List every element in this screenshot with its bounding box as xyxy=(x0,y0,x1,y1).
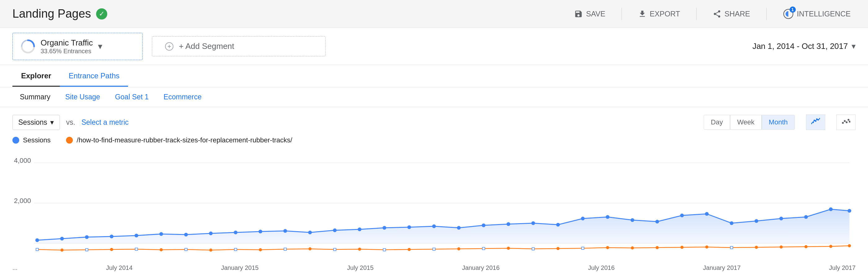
svg-point-82 xyxy=(705,245,708,248)
subtab-goal-set[interactable]: Goal Set 1 xyxy=(107,89,156,106)
svg-point-50 xyxy=(754,219,758,223)
save-button[interactable]: SAVE xyxy=(569,7,610,21)
svg-rect-61 xyxy=(185,248,187,251)
tab-explorer[interactable]: Explorer xyxy=(12,66,60,87)
svg-point-34 xyxy=(358,228,362,231)
top-bar: Landing Pages ✓ SAVE EXPORT SHARE 1 INTE… xyxy=(0,0,868,28)
subtab-ecommerce[interactable]: Ecommerce xyxy=(156,89,209,106)
top-bar-right: SAVE EXPORT SHARE 1 INTELLIGENCE xyxy=(569,6,856,22)
svg-point-14 xyxy=(849,121,850,123)
share-button[interactable]: SHARE xyxy=(708,7,755,21)
svg-point-72 xyxy=(457,247,460,250)
intelligence-label: INTELLIGENCE xyxy=(797,10,850,18)
svg-rect-69 xyxy=(383,248,385,251)
page-title: Landing Pages xyxy=(12,7,91,21)
svg-point-46 xyxy=(655,220,659,224)
svg-point-47 xyxy=(680,213,684,217)
svg-point-31 xyxy=(283,229,287,233)
svg-point-51 xyxy=(779,217,783,220)
period-buttons: Day Week Month xyxy=(704,115,795,130)
svg-point-88 xyxy=(848,244,851,247)
svg-point-66 xyxy=(308,247,312,250)
metric-label: Sessions xyxy=(18,118,47,127)
svg-rect-73 xyxy=(483,247,485,250)
svg-rect-83 xyxy=(731,246,733,249)
svg-point-54 xyxy=(847,209,851,213)
svg-text:2,000: 2,000 xyxy=(14,197,31,205)
svg-point-10 xyxy=(842,122,844,124)
line-chart-button[interactable] xyxy=(806,114,825,130)
date-range-picker[interactable]: Jan 1, 2014 - Oct 31, 2017 ▾ xyxy=(752,41,856,51)
page-legend-label: /how-to-find-measure-rubber-track-sizes-… xyxy=(76,136,292,144)
metric-selector: Sessions ▾ vs. Select a metric xyxy=(12,115,129,130)
svg-point-38 xyxy=(457,226,461,230)
svg-text:4,000: 4,000 xyxy=(14,157,31,164)
add-segment-label: + Add Segment xyxy=(179,41,235,51)
subtabs-row: Summary Site Usage Goal Set 1 Ecommerce xyxy=(0,87,868,107)
x-label-1: July 2014 xyxy=(106,264,133,271)
svg-point-49 xyxy=(730,221,734,225)
metric-dropdown[interactable]: Sessions ▾ xyxy=(12,115,60,130)
legend-row: Sessions /how-to-find-measure-rubber-tra… xyxy=(0,134,868,144)
intelligence-button[interactable]: 1 INTELLIGENCE xyxy=(778,6,856,22)
day-button[interactable]: Day xyxy=(704,115,730,130)
svg-point-23 xyxy=(85,235,89,239)
svg-point-70 xyxy=(408,248,411,251)
svg-point-22 xyxy=(60,237,64,240)
organic-traffic-segment[interactable]: Organic Traffic 33.65% Entrances ▾ xyxy=(12,33,143,60)
tab-entrance-paths[interactable]: Entrance Paths xyxy=(60,66,128,87)
svg-point-62 xyxy=(209,248,212,252)
svg-point-85 xyxy=(780,245,783,248)
x-label-4: January 2016 xyxy=(462,264,499,271)
svg-point-6 xyxy=(815,121,816,122)
page-dot xyxy=(66,137,73,144)
segments-row: Organic Traffic 33.65% Entrances ▾ + Add… xyxy=(0,28,868,65)
segment-name: Organic Traffic xyxy=(41,38,93,48)
vs-label: vs. xyxy=(66,118,75,127)
svg-point-4 xyxy=(812,122,814,123)
main-chart: 4,000 2,000 xyxy=(12,144,856,262)
sessions-legend-label: Sessions xyxy=(23,136,51,144)
add-segment-button[interactable]: + Add Segment xyxy=(152,36,326,56)
svg-point-81 xyxy=(680,246,684,249)
svg-point-60 xyxy=(160,248,163,251)
month-button[interactable]: Month xyxy=(762,115,795,130)
subtab-site-usage[interactable]: Site Usage xyxy=(58,89,107,106)
svg-point-32 xyxy=(308,231,312,234)
subtab-summary[interactable]: Summary xyxy=(12,89,58,106)
x-label-5: July 2016 xyxy=(588,264,615,271)
svg-rect-77 xyxy=(582,247,584,249)
svg-point-64 xyxy=(259,248,262,251)
svg-point-68 xyxy=(358,248,361,251)
date-range-arrow-icon: ▾ xyxy=(851,41,856,51)
select-metric-link[interactable]: Select a metric xyxy=(82,118,129,127)
svg-point-40 xyxy=(506,222,510,226)
x-axis-labels: ... July 2014 January 2015 July 2015 Jan… xyxy=(0,262,868,271)
divider xyxy=(622,8,622,20)
svg-rect-75 xyxy=(532,248,534,250)
svg-point-76 xyxy=(556,247,560,250)
svg-point-11 xyxy=(844,120,846,122)
scatter-chart-button[interactable] xyxy=(836,114,856,130)
svg-point-29 xyxy=(234,231,238,234)
svg-point-37 xyxy=(432,225,436,228)
top-bar-left: Landing Pages ✓ xyxy=(12,7,107,21)
chart-controls: Sessions ▾ vs. Select a metric Day Week … xyxy=(0,107,868,134)
metric-arrow-icon: ▾ xyxy=(50,118,54,127)
svg-point-44 xyxy=(606,215,610,219)
export-label: EXPORT xyxy=(650,10,680,18)
svg-point-86 xyxy=(804,245,808,248)
svg-rect-59 xyxy=(135,248,137,250)
svg-point-84 xyxy=(755,246,758,249)
svg-point-79 xyxy=(631,246,634,249)
svg-point-12 xyxy=(846,121,847,123)
verified-icon: ✓ xyxy=(96,8,107,20)
svg-rect-55 xyxy=(36,248,38,251)
svg-point-8 xyxy=(817,119,819,121)
share-label: SHARE xyxy=(724,10,750,18)
x-label-2: January 2015 xyxy=(221,264,258,271)
date-range-text: Jan 1, 2014 - Oct 31, 2017 xyxy=(752,41,848,51)
export-button[interactable]: EXPORT xyxy=(633,7,685,21)
week-button[interactable]: Week xyxy=(730,115,762,130)
svg-rect-71 xyxy=(433,248,435,250)
